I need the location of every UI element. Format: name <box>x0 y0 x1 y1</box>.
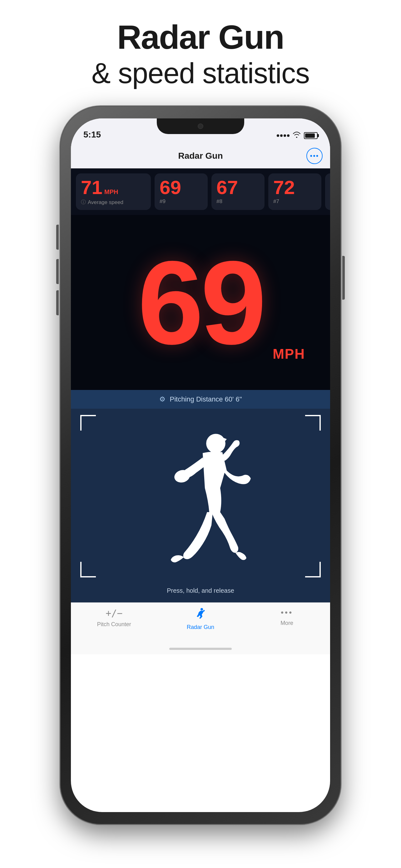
home-bar <box>169 648 232 650</box>
main-speed-number: 69 <box>138 252 264 353</box>
tab-radar-gun[interactable]: Radar Gun <box>169 608 232 630</box>
corner-bracket-tl <box>80 415 96 431</box>
tab-more-label: More <box>280 620 293 626</box>
corner-bracket-br <box>305 562 321 578</box>
press-hint: Press, hold, and release <box>167 587 234 594</box>
phone-outer: 5:15 <box>60 106 341 825</box>
svg-point-2 <box>201 608 203 611</box>
signal-dot-1 <box>277 134 279 137</box>
pitcher-silhouette <box>135 431 266 581</box>
speed-card-9[interactable]: 69 #9 <box>155 174 208 210</box>
tab-more[interactable]: ••• More <box>256 608 318 626</box>
corner-bracket-tr <box>305 415 321 431</box>
battery-icon <box>304 132 318 139</box>
nav-header: Radar Gun ••• <box>71 144 330 168</box>
speed-card-8-sub: #8 <box>216 198 260 205</box>
pitch-counter-icon: +/− <box>106 608 123 619</box>
speed-cards-row: 71 MPH ⓘ Average speed 69 #9 <box>71 168 330 215</box>
camera-view[interactable]: Press, hold, and release <box>71 409 330 602</box>
three-dots-icon: ••• <box>310 153 319 159</box>
distance-text: Pitching Distance 60' 6" <box>170 395 242 403</box>
page-title-sub: & speed statistics <box>92 56 309 90</box>
speed-card-7-number: 72 <box>273 178 316 197</box>
speed-card-7-sub: #7 <box>273 198 316 205</box>
page-header: Radar Gun & speed statistics <box>92 19 309 106</box>
tab-pitch-counter[interactable]: +/− Pitch Counter <box>83 608 145 628</box>
svg-point-0 <box>206 434 226 453</box>
speed-card-8[interactable]: 67 #8 <box>211 174 265 210</box>
nav-more-button[interactable]: ••• <box>306 148 323 164</box>
page-title-main: Radar Gun <box>92 19 309 56</box>
phone-notch <box>157 118 244 134</box>
radar-gun-icon <box>195 608 206 621</box>
signal-dot-2 <box>280 134 282 137</box>
phone-screen: 5:15 <box>71 118 330 812</box>
wifi-icon <box>293 131 301 140</box>
phone-frame: 5:15 <box>60 106 341 825</box>
corner-bracket-bl <box>80 562 96 578</box>
main-speed-unit: MPH <box>273 346 305 362</box>
notch-camera <box>198 123 203 129</box>
info-icon: ⓘ <box>81 199 86 206</box>
nav-title: Radar Gun <box>178 151 223 161</box>
status-icons <box>277 131 318 140</box>
signal-dots <box>277 134 290 137</box>
tab-bar: +/− Pitch Counter Radar Gun <box>71 602 330 643</box>
status-time: 5:15 <box>83 130 101 140</box>
more-icon: ••• <box>281 608 293 617</box>
tab-radar-gun-label: Radar Gun <box>187 624 214 630</box>
signal-dot-3 <box>283 134 286 137</box>
speed-card-8-number: 67 <box>216 178 260 197</box>
speed-card-7[interactable]: 72 #7 <box>268 174 321 210</box>
speed-card-average-label: ⓘ Average speed <box>81 199 146 206</box>
battery-fill <box>305 133 315 138</box>
main-speed-display: 69 MPH <box>71 215 330 390</box>
signal-dot-4 <box>287 134 290 137</box>
speed-card-average-number: 71 MPH <box>81 178 146 197</box>
settings-icon: ⚙ <box>159 395 166 403</box>
tab-pitch-counter-label: Pitch Counter <box>97 621 131 628</box>
speed-card-9-number: 69 <box>160 178 203 197</box>
speed-card-9-sub: #9 <box>160 198 203 205</box>
speed-card-partial: 6 <box>325 174 330 210</box>
speed-card-average[interactable]: 71 MPH ⓘ Average speed <box>76 174 151 210</box>
home-indicator <box>71 643 330 654</box>
pitching-distance-bar[interactable]: ⚙ Pitching Distance 60' 6" <box>71 390 330 409</box>
